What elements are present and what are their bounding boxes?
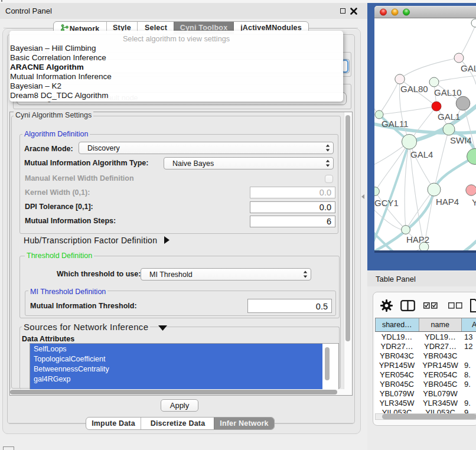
svg-text:GAL10: GAL10 (434, 87, 462, 97)
svg-text:GAL1: GAL1 (438, 112, 460, 122)
svg-text:GAL80: GAL80 (400, 84, 428, 94)
svg-text:GCY1: GCY1 (374, 198, 399, 208)
svg-text:GAL11: GAL11 (382, 119, 409, 129)
svg-text:Y: Y (472, 197, 476, 207)
svg-text:HAP4: HAP4 (436, 197, 459, 207)
svg-text:HAP2: HAP2 (406, 234, 429, 244)
svg-text:SWI4: SWI4 (450, 135, 472, 145)
svg-text:GAL4: GAL4 (410, 149, 433, 159)
svg-text:GAL7: GAL7 (461, 63, 476, 73)
